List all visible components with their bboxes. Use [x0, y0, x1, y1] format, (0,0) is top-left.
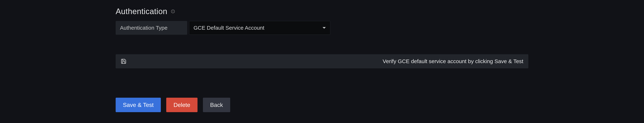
info-icon[interactable]	[171, 10, 175, 13]
svg-point-2	[173, 11, 173, 11]
delete-button[interactable]: Delete	[166, 98, 198, 112]
chevron-down-icon	[322, 27, 326, 29]
section-title: Authentication	[116, 7, 167, 16]
save-icon	[121, 58, 126, 64]
section-header: Authentication	[116, 7, 528, 16]
save-test-button[interactable]: Save & Test	[116, 98, 161, 112]
auth-type-row: Authentication Type GCE Default Service …	[116, 21, 528, 35]
verify-alert: Verify GCE default service account by cl…	[116, 54, 528, 68]
auth-type-label: Authentication Type	[116, 21, 187, 35]
back-button[interactable]: Back	[203, 98, 230, 112]
alert-message: Verify GCE default service account by cl…	[383, 58, 523, 64]
auth-type-value: GCE Default Service Account	[194, 25, 264, 31]
auth-type-select[interactable]: GCE Default Service Account	[189, 21, 330, 35]
authentication-section: Authentication Authentication Type GCE D…	[116, 7, 528, 112]
action-buttons: Save & Test Delete Back	[116, 98, 528, 112]
